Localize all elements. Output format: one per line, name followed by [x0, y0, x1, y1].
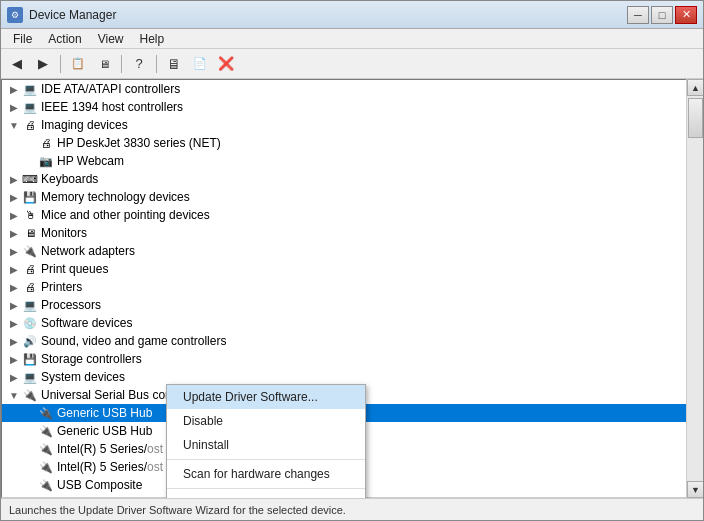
- imaging-icon: 🖨: [22, 117, 38, 133]
- expand-ide[interactable]: ▶: [6, 81, 22, 97]
- vertical-scrollbar[interactable]: ▲ ▼: [686, 79, 703, 498]
- expand-imaging[interactable]: ▼: [6, 117, 22, 133]
- status-bar: Launches the Update Driver Software Wiza…: [1, 498, 703, 520]
- tree-item-printq[interactable]: ▶ 🖨 Print queues: [2, 260, 686, 278]
- expand-printq[interactable]: ▶: [6, 261, 22, 277]
- uninstall-button[interactable]: ❌: [214, 53, 238, 75]
- monitors-label: Monitors: [41, 226, 87, 240]
- update-button[interactable]: 📄: [188, 53, 212, 75]
- expand-usb[interactable]: ▼: [6, 387, 22, 403]
- processors-icon: 💻: [22, 297, 38, 313]
- expand-system[interactable]: ▶: [6, 369, 22, 385]
- ctx-uninstall[interactable]: Uninstall: [167, 433, 365, 457]
- generic1-icon: 🔌: [38, 405, 54, 421]
- app-icon: ⚙: [7, 7, 23, 23]
- tree-item-mice[interactable]: ▶ 🖱 Mice and other pointing devices: [2, 206, 686, 224]
- generic2-label: Generic USB Hub: [57, 424, 152, 438]
- memory-label: Memory technology devices: [41, 190, 190, 204]
- expand-processors[interactable]: ▶: [6, 297, 22, 313]
- tree-item-memory[interactable]: ▶ 💾 Memory technology devices: [2, 188, 686, 206]
- expand-mice[interactable]: ▶: [6, 207, 22, 223]
- expand-monitors[interactable]: ▶: [6, 225, 22, 241]
- back-button[interactable]: ◀: [5, 53, 29, 75]
- device-button[interactable]: 🖥: [92, 53, 116, 75]
- expand-ieee[interactable]: ▶: [6, 99, 22, 115]
- printers-label: Printers: [41, 280, 82, 294]
- expand-memory[interactable]: ▶: [6, 189, 22, 205]
- ctx-properties[interactable]: Properties: [167, 491, 365, 498]
- menu-bar: File Action View Help: [1, 29, 703, 49]
- sound-label: Sound, video and game controllers: [41, 334, 226, 348]
- ctx-disable[interactable]: Disable: [167, 409, 365, 433]
- minimize-button[interactable]: ─: [627, 6, 649, 24]
- composite-icon: 🔌: [38, 477, 54, 493]
- keyboards-label: Keyboards: [41, 172, 98, 186]
- expand-storage[interactable]: ▶: [6, 351, 22, 367]
- scroll-down-arrow[interactable]: ▼: [687, 481, 703, 498]
- scroll-thumb[interactable]: [688, 98, 703, 138]
- hpwebcam-icon: 📷: [38, 153, 54, 169]
- context-menu: Update Driver Software... Disable Uninst…: [166, 384, 366, 498]
- software-label: Software devices: [41, 316, 132, 330]
- close-button[interactable]: ✕: [675, 6, 697, 24]
- processors-label: Processors: [41, 298, 101, 312]
- keyboards-icon: ⌨: [22, 171, 38, 187]
- title-bar-left: ⚙ Device Manager: [7, 7, 116, 23]
- system-label: System devices: [41, 370, 125, 384]
- tree-item-network[interactable]: ▶ 🔌 Network adapters: [2, 242, 686, 260]
- menu-view[interactable]: View: [90, 30, 132, 48]
- tree-item-processors[interactable]: ▶ 💻 Processors: [2, 296, 686, 314]
- ide-label: IDE ATA/ATAPI controllers: [41, 82, 180, 96]
- memory-icon: 💾: [22, 189, 38, 205]
- menu-help[interactable]: Help: [132, 30, 173, 48]
- window-title: Device Manager: [29, 8, 116, 22]
- scan-button[interactable]: 🖥: [162, 53, 186, 75]
- ctx-scan[interactable]: Scan for hardware changes: [167, 462, 365, 486]
- maximize-button[interactable]: □: [651, 6, 673, 24]
- printq-icon: 🖨: [22, 261, 38, 277]
- toolbar-sep-2: [121, 55, 122, 73]
- properties-button[interactable]: 📋: [66, 53, 90, 75]
- help-button[interactable]: ?: [127, 53, 151, 75]
- tree-item-sound[interactable]: ▶ 🔊 Sound, video and game controllers: [2, 332, 686, 350]
- expand-network[interactable]: ▶: [6, 243, 22, 259]
- tree-item-hp3830[interactable]: ▶ 🖨 HP DeskJet 3830 series (NET): [2, 134, 686, 152]
- tree-item-keyboards[interactable]: ▶ ⌨ Keyboards: [2, 170, 686, 188]
- ide-icon: 💻: [22, 81, 38, 97]
- tree-item-printers[interactable]: ▶ 🖨 Printers: [2, 278, 686, 296]
- title-bar: ⚙ Device Manager ─ □ ✕: [1, 1, 703, 29]
- monitors-icon: 🖥: [22, 225, 38, 241]
- usb-icon: 🔌: [22, 387, 38, 403]
- hp3830-icon: 🖨: [38, 135, 54, 151]
- tree-item-storage[interactable]: ▶ 💾 Storage controllers: [2, 350, 686, 368]
- ctx-divider-1: [167, 459, 365, 460]
- tree-item-imaging[interactable]: ▼ 🖨 Imaging devices: [2, 116, 686, 134]
- generic1-label: Generic USB Hub: [57, 406, 152, 420]
- menu-file[interactable]: File: [5, 30, 40, 48]
- tree-item-software[interactable]: ▶ 💿 Software devices: [2, 314, 686, 332]
- toolbar-sep-1: [60, 55, 61, 73]
- intel2-label: Intel(R) 5 Series/: [57, 460, 147, 474]
- ctx-update-driver[interactable]: Update Driver Software...: [167, 385, 365, 409]
- mice-icon: 🖱: [22, 207, 38, 223]
- window-controls: ─ □ ✕: [627, 6, 697, 24]
- expand-keyboards[interactable]: ▶: [6, 171, 22, 187]
- tree-item-monitors[interactable]: ▶ 🖥 Monitors: [2, 224, 686, 242]
- hp3830-label: HP DeskJet 3830 series (NET): [57, 136, 221, 150]
- storage-icon: 💾: [22, 351, 38, 367]
- expand-sound[interactable]: ▶: [6, 333, 22, 349]
- menu-action[interactable]: Action: [40, 30, 89, 48]
- scroll-track[interactable]: [687, 96, 703, 481]
- roothub1-label: USB Root Hub: [57, 496, 136, 498]
- network-label: Network adapters: [41, 244, 135, 258]
- mice-label: Mice and other pointing devices: [41, 208, 210, 222]
- tree-item-ide[interactable]: ▶ 💻 IDE ATA/ATAPI controllers: [2, 80, 686, 98]
- intel1-icon: 🔌: [38, 441, 54, 457]
- tree-item-ieee[interactable]: ▶ 💻 IEEE 1394 host controllers: [2, 98, 686, 116]
- expand-software[interactable]: ▶: [6, 315, 22, 331]
- expand-printers[interactable]: ▶: [6, 279, 22, 295]
- tree-item-hpwebcam[interactable]: ▶ 📷 HP Webcam: [2, 152, 686, 170]
- ctx-divider-2: [167, 488, 365, 489]
- scroll-up-arrow[interactable]: ▲: [687, 79, 703, 96]
- forward-button[interactable]: ▶: [31, 53, 55, 75]
